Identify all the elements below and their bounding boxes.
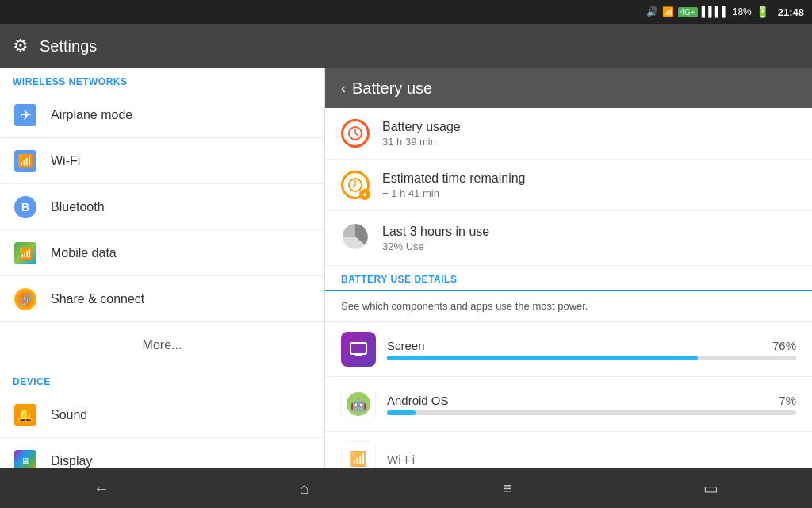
android-circle-icon: 🤖: [347, 392, 370, 416]
battery-usage-sub: 31 h 39 min: [382, 136, 461, 148]
wifi-app-icon: 📶: [341, 441, 376, 468]
content-body: Battery usage 31 h 39 min + Estimated ti…: [325, 108, 812, 468]
usage-item-wifi[interactable]: 📶 Wi-Fi: [325, 432, 812, 468]
android-usage-info: Android OS 7%: [387, 394, 796, 415]
last3h-sub: 32% Use: [382, 241, 489, 252]
menu-nav-button[interactable]: ≡: [488, 472, 527, 504]
pie-chart-icon: [341, 222, 370, 254]
main-layout: WIRELESS NETWORKS ✈ Airplane mode 📶 Wi-F…: [0, 68, 812, 468]
last3h-text: Last 3 hours in use 32% Use: [382, 225, 489, 252]
battery-description: See which components and apps use the mo…: [325, 291, 812, 322]
home-nav-icon: ⌂: [300, 479, 309, 498]
android-os-percent: 7%: [768, 394, 796, 407]
bluetooth-icon: B: [13, 194, 38, 220]
android-progress-fill: [387, 410, 416, 415]
last3h-row: Last 3 hours in use 32% Use: [325, 211, 812, 266]
sidebar-item-sound[interactable]: 🔔 Sound: [0, 392, 324, 438]
content-title: Battery use: [352, 79, 432, 98]
more-label: More...: [143, 338, 182, 352]
screen-app-icon: [341, 332, 376, 367]
recent-nav-button[interactable]: ▭: [691, 472, 730, 504]
mobile-data-label: Mobile data: [51, 246, 117, 260]
plus-badge: +: [359, 189, 370, 200]
wireless-section-header: WIRELESS NETWORKS: [0, 68, 324, 92]
wifi-item-icon: 📶: [350, 450, 367, 468]
bottom-nav: ← ⌂ ≡ ▭: [0, 468, 812, 508]
sidebar-item-bluetooth[interactable]: B Bluetooth: [0, 184, 324, 230]
screen-name: Screen: [387, 339, 425, 352]
airplane-icon: ✈: [13, 102, 38, 128]
content-panel: ‹ Battery use Battery usage 31 h 39 min: [325, 68, 812, 468]
android-app-icon: 🤖: [341, 387, 376, 421]
estimated-time-sub: + 1 h 41 min: [382, 187, 526, 199]
usage-item-screen[interactable]: Screen 76%: [325, 322, 812, 377]
share-icon: 🔗: [13, 287, 38, 312]
sidebar-item-more[interactable]: More...: [0, 322, 324, 368]
last3h-label: Last 3 hours in use: [382, 225, 489, 239]
wifi-label: Wi-Fi: [51, 154, 80, 168]
screen-percent: 76%: [768, 339, 796, 352]
menu-nav-icon: ≡: [503, 479, 512, 498]
wifi-usage-info: Wi-Fi: [387, 452, 796, 466]
estimated-time-label: Estimated time remaining: [382, 171, 526, 186]
wifi-icon: 📶: [13, 148, 38, 174]
wifi-status-icon: 📶: [662, 6, 674, 17]
battery-usage-label: Battery usage: [382, 120, 461, 134]
svg-line-2: [355, 133, 358, 136]
sidebar-item-airplane-mode[interactable]: ✈ Airplane mode: [0, 92, 324, 138]
sound-icon: 🔔: [13, 402, 38, 428]
display-icon: 🖥: [13, 448, 38, 469]
share-connect-label: Share & connect: [51, 292, 144, 306]
estimated-time-icon: +: [341, 171, 370, 199]
sidebar: WIRELESS NETWORKS ✈ Airplane mode 📶 Wi-F…: [0, 68, 325, 468]
title-bar: ⚙ Settings: [0, 24, 812, 68]
battery-percentage: 18%: [733, 6, 752, 17]
status-bar: 🔊 📶 4G+ ▌▌▌▌ 18% 🔋 21:48: [0, 0, 812, 24]
wifi-item-name: Wi-Fi: [387, 452, 415, 466]
android-progress-bar: [387, 410, 796, 415]
battery-icon: 🔋: [756, 6, 769, 18]
gear-icon: ⚙: [13, 36, 29, 56]
screen-progress-bar: [387, 356, 796, 360]
battery-usage-icon: [341, 119, 370, 148]
airplane-label: Airplane mode: [51, 108, 132, 122]
sidebar-item-wifi[interactable]: 📶 Wi-Fi: [0, 138, 324, 184]
back-nav-button[interactable]: ←: [82, 472, 121, 504]
estimated-time-row: + Estimated time remaining + 1 h 41 min: [325, 160, 812, 211]
home-nav-button[interactable]: ⌂: [285, 472, 324, 504]
status-time: 21:48: [778, 6, 804, 18]
screen-usage-info: Screen 76%: [387, 339, 796, 360]
bluetooth-label: Bluetooth: [51, 200, 105, 214]
usage-item-android-os[interactable]: 🤖 Android OS 7%: [325, 377, 812, 432]
network-icon: 4G+: [678, 7, 698, 17]
volume-icon: 🔊: [646, 6, 658, 17]
sidebar-item-mobile-data[interactable]: 📶 Mobile data: [0, 230, 324, 276]
svg-rect-7: [350, 343, 366, 354]
content-header: ‹ Battery use: [325, 68, 812, 108]
android-os-name: Android OS: [387, 394, 449, 407]
back-nav-icon: ←: [94, 479, 109, 498]
sidebar-item-share-connect[interactable]: 🔗 Share & connect: [0, 276, 324, 322]
sound-label: Sound: [51, 408, 87, 422]
recent-nav-icon: ▭: [703, 479, 718, 498]
battery-details-header: BATTERY USE DETAILS: [325, 266, 812, 291]
device-section-header: DEVICE: [0, 368, 324, 392]
battery-usage-text: Battery usage 31 h 39 min: [382, 120, 461, 148]
sidebar-item-display[interactable]: 🖥 Display: [0, 438, 324, 468]
mobile-data-icon: 📶: [13, 241, 38, 266]
svg-line-5: [353, 185, 355, 187]
screen-progress-fill: [387, 356, 698, 360]
app-title: Settings: [40, 37, 97, 56]
signal-icon: ▌▌▌▌: [702, 6, 729, 17]
display-label: Display: [51, 454, 92, 468]
battery-usage-row: Battery usage 31 h 39 min: [325, 108, 812, 160]
estimated-time-text: Estimated time remaining + 1 h 41 min: [382, 171, 526, 199]
back-button[interactable]: ‹: [341, 80, 346, 97]
status-icons: 🔊 📶 4G+ ▌▌▌▌ 18% 🔋 21:48: [646, 6, 804, 18]
